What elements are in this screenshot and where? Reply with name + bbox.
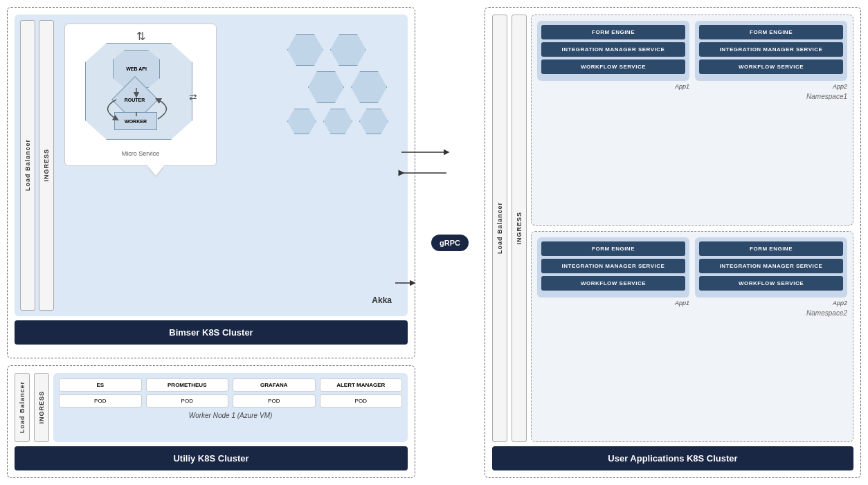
ms-diagram: WEB API ROUTER WORKER (78, 43, 203, 150)
grpc-badge: gRPC (431, 235, 469, 251)
right-side: Load Balancer INGRESS (485, 7, 861, 478)
right-load-balancer: Load Balancer (492, 15, 507, 442)
micro-service-label: Micro Service (71, 150, 210, 157)
left-side: Load Balancer INGRESS ⇅ (7, 7, 415, 478)
akka-label: Akka (372, 295, 392, 305)
ns1-app1-integration-manager: INTEGRATION MANAGER SERVICE (541, 42, 685, 57)
ns2-app2-block: FORM ENGINE INTEGRATION MANAGER SERVICE … (695, 237, 847, 298)
monitoring-grid: ES POD PROMETHEUS POD GRAFANA POD ALER (59, 378, 402, 408)
double-arrows-icon: ⇅ (136, 30, 145, 43)
bimser-ingress: INGRESS (39, 20, 54, 311)
hex-rows (287, 34, 388, 134)
hex-3 (308, 71, 344, 103)
ns2-app2-workflow: WORKFLOW SERVICE (699, 276, 843, 291)
utility-cluster: Load Balancer INGRESS ES POD (7, 365, 415, 478)
monitoring-area: ES POD PROMETHEUS POD GRAFANA POD ALER (53, 373, 408, 442)
grafana-label: GRAFANA (233, 378, 316, 392)
bimser-inner: Load Balancer INGRESS ⇅ (15, 15, 408, 316)
middle-connector: gRPC (422, 7, 478, 478)
ns2-app1: FORM ENGINE INTEGRATION MANAGER SERVICE … (537, 237, 689, 306)
popup-content: ⇅ WEB API (71, 30, 210, 150)
es-label: ES (59, 378, 142, 392)
alert-manager-label: ALERT MANAGER (320, 378, 403, 392)
ns2-app2-label: App2 (695, 300, 847, 306)
hex-row-2 (308, 71, 388, 103)
ns2-app1-integration-manager: INTEGRATION MANAGER SERVICE (541, 259, 685, 273)
ns1-apps-grid: FORM ENGINE INTEGRATION MANAGER SERVICE … (537, 21, 847, 90)
ns2-app2-form-engine: FORM ENGINE (699, 241, 843, 256)
hex-4 (351, 71, 387, 103)
namespace2-label: Namespace2 (537, 309, 847, 317)
ns1-app2-label: App2 (695, 83, 847, 90)
hex-2 (330, 34, 366, 66)
ns1-app2-form-engine: FORM ENGINE (699, 25, 843, 39)
namespaces-area: FORM ENGINE INTEGRATION MANAGER SERVICE … (531, 15, 853, 442)
worker-rect: WORKER (114, 112, 157, 130)
ns1-app1-label: App1 (537, 83, 689, 90)
micro-service-popup: ⇅ WEB API (64, 24, 217, 166)
utility-bottom-bar: Utiliy K8S Cluster (15, 446, 408, 470)
prometheus-pod: PROMETHEUS POD (146, 378, 229, 408)
hex-6 (323, 109, 352, 134)
namespace1-label: Namespace1 (537, 93, 847, 100)
hex-cluster (287, 34, 388, 134)
ns2-app2-integration-manager: INTEGRATION MANAGER SERVICE (699, 259, 843, 273)
alert-manager-pod-box: POD (320, 394, 403, 408)
ns1-app1-block: FORM ENGINE INTEGRATION MANAGER SERVICE … (537, 21, 689, 81)
utility-inner: Load Balancer INGRESS ES POD (15, 373, 408, 442)
es-pod: ES POD (59, 378, 142, 408)
ns1-app2: FORM ENGINE INTEGRATION MANAGER SERVICE … (695, 21, 847, 90)
grafana-pod-box: POD (233, 394, 316, 408)
hex-row-1 (287, 34, 388, 66)
utility-ingress: INGRESS (34, 373, 49, 442)
right-ingress: INGRESS (512, 15, 527, 442)
es-pod-box: POD (59, 394, 142, 408)
utility-load-balancer: Load Balancer (15, 373, 30, 442)
ns1-app2-block: FORM ENGINE INTEGRATION MANAGER SERVICE … (695, 21, 847, 81)
bimser-cluster: Load Balancer INGRESS ⇅ (7, 7, 415, 358)
bimser-load-balancer: Load Balancer (20, 20, 35, 311)
user-apps-cluster: Load Balancer INGRESS (485, 7, 861, 478)
ns1-app1-workflow: WORKFLOW SERVICE (541, 60, 685, 74)
grafana-pod: GRAFANA POD (233, 378, 316, 408)
worker-node-label: Worker Node 1 (Azure VM) (59, 412, 402, 419)
ns1-app2-integration-manager: INTEGRATION MANAGER SERVICE (699, 42, 843, 57)
namespace2-block: FORM ENGINE INTEGRATION MANAGER SERVICE … (531, 231, 853, 442)
hex-5 (287, 109, 316, 134)
hex-arrows-svg (395, 269, 416, 297)
alert-manager-pod: ALERT MANAGER POD (320, 378, 403, 408)
ns2-app1-label: App1 (537, 300, 689, 306)
ns2-app1-block: FORM ENGINE INTEGRATION MANAGER SERVICE … (537, 237, 689, 298)
hex-7 (359, 109, 388, 134)
prometheus-pod-box: POD (146, 394, 229, 408)
ns2-app1-form-engine: FORM ENGINE (541, 241, 685, 256)
bimser-bottom-bar: Bimser K8S Cluster (15, 320, 408, 345)
ns1-app2-workflow: WORKFLOW SERVICE (699, 60, 843, 74)
ns1-app1-form-engine: FORM ENGINE (541, 25, 685, 39)
ns2-apps-grid: FORM ENGINE INTEGRATION MANAGER SERVICE … (537, 237, 847, 306)
ns1-app1: FORM ENGINE INTEGRATION MANAGER SERVICE … (537, 21, 689, 90)
hex-1 (287, 34, 323, 66)
namespace1-block: FORM ENGINE INTEGRATION MANAGER SERVICE … (531, 15, 853, 226)
side-arrows-icon: ⇄ (189, 91, 197, 102)
prometheus-label: PROMETHEUS (146, 378, 229, 392)
ns2-app2: FORM ENGINE INTEGRATION MANAGER SERVICE … (695, 237, 847, 306)
akka-area: ⇅ WEB API (57, 20, 402, 311)
user-apps-inner: Load Balancer INGRESS (492, 15, 853, 442)
ns2-app1-workflow: WORKFLOW SERVICE (541, 276, 685, 291)
user-apps-bottom-bar: User Applications K8S Cluster (492, 446, 853, 470)
hex-row-3 (287, 109, 388, 134)
